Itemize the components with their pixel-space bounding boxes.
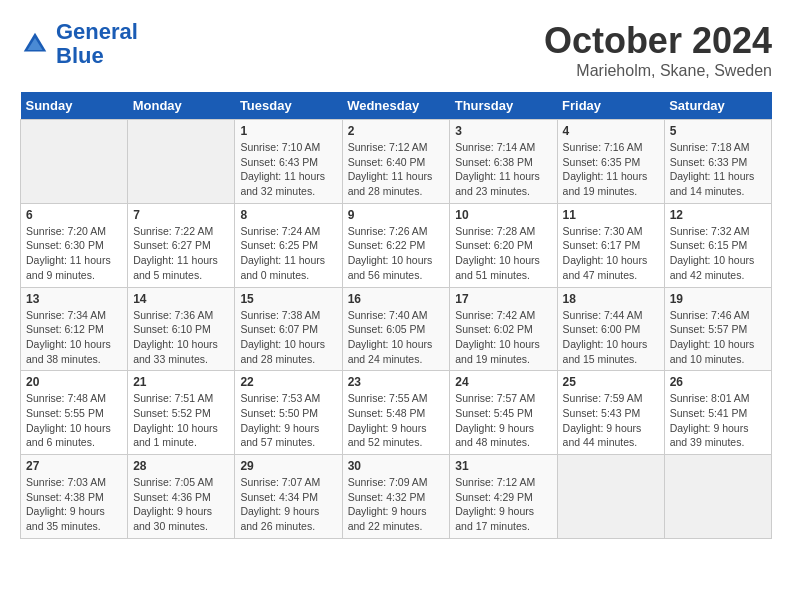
weekday-header-tuesday: Tuesday [235,92,342,120]
calendar-cell: 18Sunrise: 7:44 AM Sunset: 6:00 PM Dayli… [557,287,664,371]
day-info: Sunrise: 7:28 AM Sunset: 6:20 PM Dayligh… [455,224,551,283]
day-number: 5 [670,124,766,138]
day-number: 7 [133,208,229,222]
logo-icon [20,29,50,59]
calendar-cell: 23Sunrise: 7:55 AM Sunset: 5:48 PM Dayli… [342,371,450,455]
day-number: 14 [133,292,229,306]
day-number: 22 [240,375,336,389]
day-number: 27 [26,459,122,473]
weekday-header-thursday: Thursday [450,92,557,120]
calendar-week-5: 27Sunrise: 7:03 AM Sunset: 4:38 PM Dayli… [21,455,772,539]
day-number: 6 [26,208,122,222]
calendar-week-2: 6Sunrise: 7:20 AM Sunset: 6:30 PM Daylig… [21,203,772,287]
day-number: 12 [670,208,766,222]
calendar-week-4: 20Sunrise: 7:48 AM Sunset: 5:55 PM Dayli… [21,371,772,455]
day-info: Sunrise: 7:48 AM Sunset: 5:55 PM Dayligh… [26,391,122,450]
calendar-cell: 27Sunrise: 7:03 AM Sunset: 4:38 PM Dayli… [21,455,128,539]
logo-text: General Blue [56,20,138,68]
day-info: Sunrise: 7:24 AM Sunset: 6:25 PM Dayligh… [240,224,336,283]
day-info: Sunrise: 7:20 AM Sunset: 6:30 PM Dayligh… [26,224,122,283]
day-info: Sunrise: 7:26 AM Sunset: 6:22 PM Dayligh… [348,224,445,283]
day-info: Sunrise: 7:46 AM Sunset: 5:57 PM Dayligh… [670,308,766,367]
day-number: 4 [563,124,659,138]
day-info: Sunrise: 8:01 AM Sunset: 5:41 PM Dayligh… [670,391,766,450]
day-number: 3 [455,124,551,138]
calendar-cell [21,120,128,204]
calendar-cell: 5Sunrise: 7:18 AM Sunset: 6:33 PM Daylig… [664,120,771,204]
calendar-cell [664,455,771,539]
day-number: 20 [26,375,122,389]
calendar-cell: 6Sunrise: 7:20 AM Sunset: 6:30 PM Daylig… [21,203,128,287]
day-number: 16 [348,292,445,306]
day-number: 29 [240,459,336,473]
calendar-cell: 19Sunrise: 7:46 AM Sunset: 5:57 PM Dayli… [664,287,771,371]
calendar-cell: 4Sunrise: 7:16 AM Sunset: 6:35 PM Daylig… [557,120,664,204]
title-block: October 2024 Marieholm, Skane, Sweden [544,20,772,80]
calendar-cell: 31Sunrise: 7:12 AM Sunset: 4:29 PM Dayli… [450,455,557,539]
calendar-cell: 12Sunrise: 7:32 AM Sunset: 6:15 PM Dayli… [664,203,771,287]
day-number: 1 [240,124,336,138]
day-info: Sunrise: 7:53 AM Sunset: 5:50 PM Dayligh… [240,391,336,450]
day-number: 28 [133,459,229,473]
day-number: 2 [348,124,445,138]
month-title: October 2024 [544,20,772,62]
page-header: General Blue October 2024 Marieholm, Ska… [20,20,772,80]
day-number: 26 [670,375,766,389]
weekday-header-row: SundayMondayTuesdayWednesdayThursdayFrid… [21,92,772,120]
weekday-header-wednesday: Wednesday [342,92,450,120]
day-number: 23 [348,375,445,389]
day-info: Sunrise: 7:32 AM Sunset: 6:15 PM Dayligh… [670,224,766,283]
day-info: Sunrise: 7:57 AM Sunset: 5:45 PM Dayligh… [455,391,551,450]
calendar-cell: 13Sunrise: 7:34 AM Sunset: 6:12 PM Dayli… [21,287,128,371]
calendar-cell: 20Sunrise: 7:48 AM Sunset: 5:55 PM Dayli… [21,371,128,455]
day-info: Sunrise: 7:07 AM Sunset: 4:34 PM Dayligh… [240,475,336,534]
calendar-cell: 30Sunrise: 7:09 AM Sunset: 4:32 PM Dayli… [342,455,450,539]
day-info: Sunrise: 7:09 AM Sunset: 4:32 PM Dayligh… [348,475,445,534]
calendar-cell: 3Sunrise: 7:14 AM Sunset: 6:38 PM Daylig… [450,120,557,204]
day-info: Sunrise: 7:40 AM Sunset: 6:05 PM Dayligh… [348,308,445,367]
day-info: Sunrise: 7:10 AM Sunset: 6:43 PM Dayligh… [240,140,336,199]
day-number: 18 [563,292,659,306]
calendar-cell: 24Sunrise: 7:57 AM Sunset: 5:45 PM Dayli… [450,371,557,455]
calendar-cell: 7Sunrise: 7:22 AM Sunset: 6:27 PM Daylig… [128,203,235,287]
calendar-table: SundayMondayTuesdayWednesdayThursdayFrid… [20,92,772,539]
logo: General Blue [20,20,138,68]
calendar-cell: 11Sunrise: 7:30 AM Sunset: 6:17 PM Dayli… [557,203,664,287]
weekday-header-monday: Monday [128,92,235,120]
calendar-cell: 28Sunrise: 7:05 AM Sunset: 4:36 PM Dayli… [128,455,235,539]
calendar-cell [128,120,235,204]
logo-line1: General [56,19,138,44]
day-info: Sunrise: 7:55 AM Sunset: 5:48 PM Dayligh… [348,391,445,450]
day-info: Sunrise: 7:12 AM Sunset: 4:29 PM Dayligh… [455,475,551,534]
day-info: Sunrise: 7:14 AM Sunset: 6:38 PM Dayligh… [455,140,551,199]
day-number: 30 [348,459,445,473]
day-number: 19 [670,292,766,306]
calendar-cell: 26Sunrise: 8:01 AM Sunset: 5:41 PM Dayli… [664,371,771,455]
calendar-cell: 16Sunrise: 7:40 AM Sunset: 6:05 PM Dayli… [342,287,450,371]
calendar-cell: 8Sunrise: 7:24 AM Sunset: 6:25 PM Daylig… [235,203,342,287]
day-info: Sunrise: 7:16 AM Sunset: 6:35 PM Dayligh… [563,140,659,199]
day-info: Sunrise: 7:44 AM Sunset: 6:00 PM Dayligh… [563,308,659,367]
calendar-cell: 14Sunrise: 7:36 AM Sunset: 6:10 PM Dayli… [128,287,235,371]
calendar-cell: 1Sunrise: 7:10 AM Sunset: 6:43 PM Daylig… [235,120,342,204]
calendar-week-3: 13Sunrise: 7:34 AM Sunset: 6:12 PM Dayli… [21,287,772,371]
calendar-cell: 9Sunrise: 7:26 AM Sunset: 6:22 PM Daylig… [342,203,450,287]
day-info: Sunrise: 7:30 AM Sunset: 6:17 PM Dayligh… [563,224,659,283]
calendar-cell [557,455,664,539]
day-info: Sunrise: 7:51 AM Sunset: 5:52 PM Dayligh… [133,391,229,450]
calendar-cell: 25Sunrise: 7:59 AM Sunset: 5:43 PM Dayli… [557,371,664,455]
day-number: 9 [348,208,445,222]
weekday-header-sunday: Sunday [21,92,128,120]
day-info: Sunrise: 7:22 AM Sunset: 6:27 PM Dayligh… [133,224,229,283]
day-info: Sunrise: 7:05 AM Sunset: 4:36 PM Dayligh… [133,475,229,534]
day-info: Sunrise: 7:38 AM Sunset: 6:07 PM Dayligh… [240,308,336,367]
calendar-cell: 10Sunrise: 7:28 AM Sunset: 6:20 PM Dayli… [450,203,557,287]
day-number: 24 [455,375,551,389]
day-number: 21 [133,375,229,389]
day-info: Sunrise: 7:42 AM Sunset: 6:02 PM Dayligh… [455,308,551,367]
calendar-cell: 15Sunrise: 7:38 AM Sunset: 6:07 PM Dayli… [235,287,342,371]
day-info: Sunrise: 7:03 AM Sunset: 4:38 PM Dayligh… [26,475,122,534]
weekday-header-saturday: Saturday [664,92,771,120]
day-number: 31 [455,459,551,473]
calendar-cell: 29Sunrise: 7:07 AM Sunset: 4:34 PM Dayli… [235,455,342,539]
